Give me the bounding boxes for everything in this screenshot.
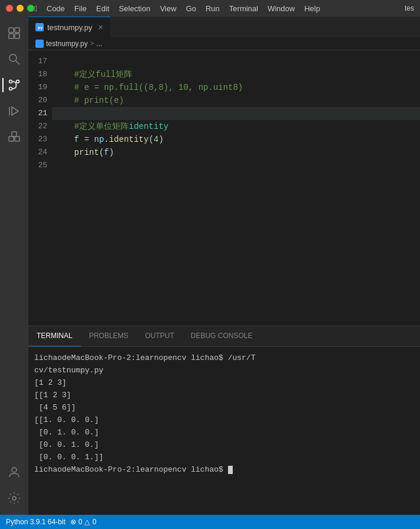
activity-account[interactable]: [2, 460, 26, 484]
activity-search[interactable]: [2, 47, 26, 71]
editor-area: py testnumpy.py × testnumpy.py > ... 171…: [28, 17, 420, 515]
main-layout: py testnumpy.py × testnumpy.py > ... 171…: [0, 17, 420, 515]
menu-item-file[interactable]: File: [70, 0, 92, 17]
code-line[interactable]: #定义单位矩阵identity: [52, 120, 420, 133]
tab-filename: testnumpy.py: [47, 23, 92, 32]
svg-text:py: py: [38, 25, 43, 30]
python-version-label: Python 3.9.1 64-bit: [6, 518, 66, 526]
panel-tabs: TERMINAL PROBLEMS OUTPUT DEBUG CONSOLE: [28, 326, 420, 347]
svg-rect-2: [9, 34, 14, 38]
code-line[interactable]: f = np.identity(4): [52, 133, 420, 146]
terminal-content[interactable]: lichaodeMacBook-Pro-2:learnopencv lichao…: [28, 347, 420, 515]
activity-source-control[interactable]: [2, 73, 26, 97]
terminal-line: lichaodeMacBook-Pro-2:learnopencv lichao…: [34, 352, 414, 364]
terminal-line: [0. 0. 0. 1.]]: [34, 451, 414, 463]
menu-item-terminal[interactable]: Terminal: [224, 0, 263, 17]
tab-problems[interactable]: PROBLEMS: [81, 326, 137, 346]
activity-run[interactable]: [2, 99, 26, 123]
menu-item-help[interactable]: Help: [299, 0, 325, 17]
menu-item-code[interactable]: Code: [42, 0, 70, 17]
code-line[interactable]: print(f): [52, 146, 420, 159]
svg-rect-0: [9, 28, 14, 33]
line-number: 25: [28, 159, 47, 172]
code-line[interactable]: [52, 107, 420, 120]
svg-rect-12: [15, 137, 19, 141]
code-line[interactable]: [52, 159, 420, 172]
menu-item-selection[interactable]: Selection: [114, 0, 155, 17]
terminal-cursor: [228, 466, 233, 474]
apple-menu-item[interactable]: : [30, 0, 42, 17]
terminal-line: [[1 2 3]: [34, 389, 414, 401]
error-count: 0: [79, 518, 83, 526]
svg-rect-1: [15, 28, 19, 33]
code-editor[interactable]: 171819202122232425 #定义full矩阵 # e = np.fu…: [28, 50, 420, 326]
titlebar:  Code File Edit Selection View Go Run T…: [0, 0, 420, 17]
code-content[interactable]: #定义full矩阵 # e = np.full((8,8), 10, np.ui…: [52, 50, 420, 326]
status-errors[interactable]: ⊗ 0 △ 0: [70, 518, 96, 526]
warning-icon: △: [84, 518, 90, 526]
menu-bar:  Code File Edit Selection View Go Run T…: [30, 0, 325, 17]
warning-count: 0: [92, 518, 96, 526]
file-tab[interactable]: py testnumpy.py ×: [28, 17, 110, 37]
svg-rect-13: [12, 132, 17, 137]
line-number: 19: [28, 81, 47, 94]
window-title: tes: [405, 0, 414, 17]
breadcrumb: testnumpy.py > ...: [28, 37, 420, 50]
code-line[interactable]: # e = np.full((8,8), 10, np.uint8): [52, 81, 420, 94]
line-number: 24: [28, 146, 47, 159]
svg-marker-9: [12, 107, 18, 115]
breadcrumb-more[interactable]: ...: [96, 40, 102, 48]
menu-item-run[interactable]: Run: [201, 0, 224, 17]
svg-point-7: [17, 80, 19, 83]
activity-extensions[interactable]: [2, 125, 26, 149]
close-button[interactable]: [6, 5, 13, 12]
breadcrumb-separator: >: [90, 40, 94, 47]
tab-terminal[interactable]: TERMINAL: [28, 326, 81, 346]
menu-item-window[interactable]: Window: [263, 0, 299, 17]
terminal-line: [4 5 6]]: [34, 401, 414, 414]
line-number: 22: [28, 120, 47, 133]
activity-bar: [0, 17, 28, 515]
line-numbers: 171819202122232425: [28, 50, 52, 326]
tab-bar: py testnumpy.py ×: [28, 17, 420, 37]
svg-point-4: [9, 54, 17, 61]
terminal-line: cv/testnumpy.py: [34, 364, 414, 377]
menu-item-go[interactable]: Go: [181, 0, 201, 17]
svg-point-14: [12, 468, 17, 472]
line-number: 21: [28, 107, 47, 120]
code-line[interactable]: [52, 55, 420, 68]
svg-rect-3: [15, 34, 19, 38]
status-bar: Python 3.9.1 64-bit ⊗ 0 △ 0: [0, 515, 420, 529]
line-number: 23: [28, 133, 47, 146]
terminal-line: [[1. 0. 0. 0.]: [34, 414, 414, 426]
terminal-panel: TERMINAL PROBLEMS OUTPUT DEBUG CONSOLE l…: [28, 326, 420, 515]
activity-explorer[interactable]: [2, 21, 26, 45]
python-icon: py: [35, 23, 44, 31]
error-icon: ⊗: [70, 518, 76, 526]
svg-point-6: [9, 80, 12, 83]
terminal-line: [0. 0. 1. 0.]: [34, 439, 414, 451]
svg-point-8: [9, 87, 12, 90]
terminal-line: [1 2 3]: [34, 377, 414, 389]
minimize-button[interactable]: [17, 5, 24, 12]
line-number: 17: [28, 55, 47, 68]
activity-settings[interactable]: [2, 486, 26, 510]
svg-line-5: [16, 61, 19, 64]
tab-close-button[interactable]: ×: [98, 22, 103, 32]
breadcrumb-icon: [35, 40, 44, 48]
svg-rect-11: [9, 137, 14, 141]
code-line[interactable]: # print(e): [52, 94, 420, 107]
svg-point-15: [12, 496, 16, 500]
terminal-line: [0. 1. 0. 0.]: [34, 426, 414, 439]
line-number: 18: [28, 68, 47, 81]
menu-item-view[interactable]: View: [155, 0, 181, 17]
terminal-line: lichaodeMacBook-Pro-2:learnopencv lichao…: [34, 463, 414, 476]
tab-output[interactable]: OUTPUT: [136, 326, 182, 346]
line-number: 20: [28, 94, 47, 107]
menu-item-edit[interactable]: Edit: [92, 0, 114, 17]
code-line[interactable]: #定义full矩阵: [52, 68, 420, 81]
status-left: Python 3.9.1 64-bit ⊗ 0 △ 0: [6, 518, 96, 526]
breadcrumb-filename[interactable]: testnumpy.py: [46, 40, 87, 48]
tab-debug-console[interactable]: DEBUG CONSOLE: [183, 326, 261, 346]
status-python[interactable]: Python 3.9.1 64-bit: [6, 518, 66, 526]
